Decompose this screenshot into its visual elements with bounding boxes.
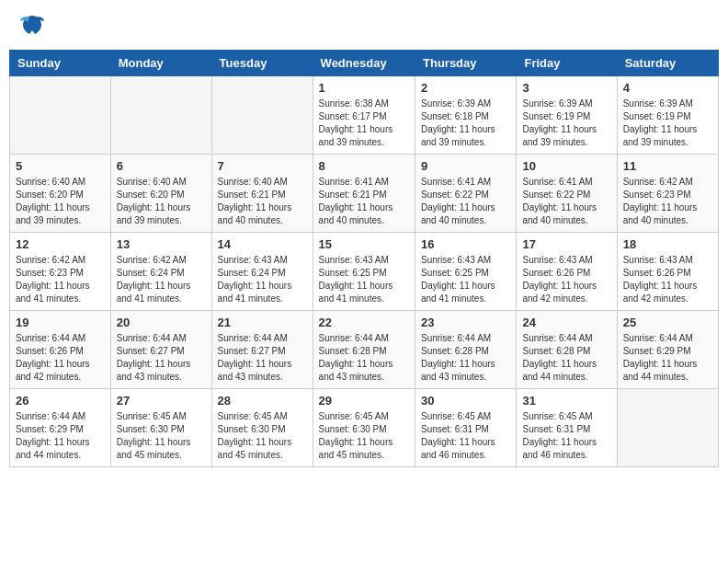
day-number: 20 [117, 316, 206, 329]
day-info: Sunrise: 6:44 AM Sunset: 6:28 PM Dayligh… [522, 332, 610, 384]
day-number: 11 [623, 159, 712, 173]
day-number: 15 [319, 237, 409, 251]
day-number: 13 [117, 237, 206, 251]
day-number: 22 [319, 316, 409, 329]
weekday-header: Tuesday [211, 51, 313, 76]
day-number: 27 [117, 394, 206, 408]
calendar-week-row: 19Sunrise: 6:44 AM Sunset: 6:26 PM Dayli… [10, 311, 719, 389]
day-number: 14 [218, 237, 307, 251]
calendar-week-row: 26Sunrise: 6:44 AM Sunset: 6:29 PM Dayli… [10, 389, 719, 467]
calendar-day-cell: 21Sunrise: 6:44 AM Sunset: 6:27 PM Dayli… [211, 311, 313, 389]
weekday-header: Monday [110, 51, 211, 76]
day-info: Sunrise: 6:44 AM Sunset: 6:27 PM Dayligh… [218, 332, 307, 384]
day-number: 2 [421, 81, 510, 95]
calendar-day-cell: 12Sunrise: 6:42 AM Sunset: 6:23 PM Dayli… [10, 233, 111, 311]
calendar-day-cell: 28Sunrise: 6:45 AM Sunset: 6:30 PM Dayli… [211, 389, 313, 467]
day-number: 31 [522, 394, 610, 408]
day-info: Sunrise: 6:44 AM Sunset: 6:27 PM Dayligh… [117, 332, 206, 384]
weekday-header: Friday [517, 51, 617, 76]
calendar-day-cell [617, 389, 718, 467]
day-info: Sunrise: 6:42 AM Sunset: 6:23 PM Dayligh… [623, 176, 712, 227]
page-header [9, 9, 719, 40]
weekday-header-row: SundayMondayTuesdayWednesdayThursdayFrid… [10, 51, 719, 76]
calendar-week-row: 12Sunrise: 6:42 AM Sunset: 6:23 PM Dayli… [10, 233, 719, 311]
day-info: Sunrise: 6:43 AM Sunset: 6:25 PM Dayligh… [421, 254, 510, 305]
calendar-day-cell: 30Sunrise: 6:45 AM Sunset: 6:31 PM Dayli… [415, 389, 517, 467]
calendar-day-cell: 31Sunrise: 6:45 AM Sunset: 6:31 PM Dayli… [517, 389, 617, 467]
day-info: Sunrise: 6:41 AM Sunset: 6:22 PM Dayligh… [522, 176, 610, 227]
day-number: 9 [421, 159, 510, 173]
calendar-day-cell: 27Sunrise: 6:45 AM Sunset: 6:30 PM Dayli… [110, 389, 211, 467]
day-number: 28 [218, 394, 307, 408]
calendar-day-cell [10, 76, 111, 155]
day-number: 4 [623, 81, 712, 95]
calendar-day-cell: 7Sunrise: 6:40 AM Sunset: 6:21 PM Daylig… [211, 155, 313, 233]
calendar-day-cell: 23Sunrise: 6:44 AM Sunset: 6:28 PM Dayli… [415, 311, 517, 389]
calendar-day-cell: 29Sunrise: 6:45 AM Sunset: 6:30 PM Dayli… [313, 389, 415, 467]
day-number: 7 [218, 159, 307, 173]
day-number: 3 [522, 81, 610, 95]
calendar-day-cell: 14Sunrise: 6:43 AM Sunset: 6:24 PM Dayli… [211, 233, 313, 311]
day-info: Sunrise: 6:45 AM Sunset: 6:30 PM Dayligh… [218, 410, 307, 462]
day-info: Sunrise: 6:44 AM Sunset: 6:26 PM Dayligh… [16, 332, 105, 384]
day-info: Sunrise: 6:44 AM Sunset: 6:28 PM Dayligh… [319, 332, 409, 384]
day-number: 17 [522, 237, 610, 251]
calendar-day-cell: 22Sunrise: 6:44 AM Sunset: 6:28 PM Dayli… [313, 311, 415, 389]
day-info: Sunrise: 6:38 AM Sunset: 6:17 PM Dayligh… [319, 98, 409, 149]
weekday-header: Saturday [617, 51, 718, 76]
day-number: 29 [319, 394, 409, 408]
calendar-day-cell: 13Sunrise: 6:42 AM Sunset: 6:24 PM Dayli… [110, 233, 211, 311]
calendar-day-cell: 20Sunrise: 6:44 AM Sunset: 6:27 PM Dayli… [110, 311, 211, 389]
calendar-day-cell: 15Sunrise: 6:43 AM Sunset: 6:25 PM Dayli… [313, 233, 415, 311]
day-number: 10 [522, 159, 610, 173]
logo [18, 14, 50, 36]
day-number: 1 [319, 81, 409, 95]
day-number: 25 [623, 316, 712, 329]
calendar-day-cell: 26Sunrise: 6:44 AM Sunset: 6:29 PM Dayli… [10, 389, 111, 467]
calendar-day-cell: 17Sunrise: 6:43 AM Sunset: 6:26 PM Dayli… [517, 233, 617, 311]
day-number: 21 [218, 316, 307, 329]
calendar-day-cell: 8Sunrise: 6:41 AM Sunset: 6:21 PM Daylig… [313, 155, 415, 233]
day-info: Sunrise: 6:45 AM Sunset: 6:30 PM Dayligh… [319, 410, 409, 462]
calendar-day-cell: 18Sunrise: 6:43 AM Sunset: 6:26 PM Dayli… [617, 233, 718, 311]
day-number: 16 [421, 237, 510, 251]
calendar-day-cell: 4Sunrise: 6:39 AM Sunset: 6:19 PM Daylig… [617, 76, 718, 155]
calendar-day-cell: 6Sunrise: 6:40 AM Sunset: 6:20 PM Daylig… [110, 155, 211, 233]
calendar-day-cell: 19Sunrise: 6:44 AM Sunset: 6:26 PM Dayli… [10, 311, 111, 389]
day-info: Sunrise: 6:40 AM Sunset: 6:20 PM Dayligh… [117, 176, 206, 227]
day-number: 30 [421, 394, 510, 408]
calendar-day-cell: 11Sunrise: 6:42 AM Sunset: 6:23 PM Dayli… [617, 155, 718, 233]
day-info: Sunrise: 6:42 AM Sunset: 6:23 PM Dayligh… [16, 254, 105, 305]
calendar-day-cell: 1Sunrise: 6:38 AM Sunset: 6:17 PM Daylig… [313, 76, 415, 155]
calendar-day-cell: 2Sunrise: 6:39 AM Sunset: 6:18 PM Daylig… [415, 76, 517, 155]
weekday-header: Thursday [415, 51, 517, 76]
calendar-day-cell: 9Sunrise: 6:41 AM Sunset: 6:22 PM Daylig… [415, 155, 517, 233]
day-info: Sunrise: 6:43 AM Sunset: 6:26 PM Dayligh… [623, 254, 712, 305]
day-info: Sunrise: 6:39 AM Sunset: 6:19 PM Dayligh… [522, 98, 610, 149]
calendar-day-cell: 25Sunrise: 6:44 AM Sunset: 6:29 PM Dayli… [617, 311, 718, 389]
calendar-week-row: 5Sunrise: 6:40 AM Sunset: 6:20 PM Daylig… [10, 155, 719, 233]
day-number: 12 [16, 237, 105, 251]
weekday-header: Wednesday [313, 51, 415, 76]
day-info: Sunrise: 6:40 AM Sunset: 6:21 PM Dayligh… [218, 176, 307, 227]
day-info: Sunrise: 6:45 AM Sunset: 6:31 PM Dayligh… [522, 410, 610, 462]
day-info: Sunrise: 6:45 AM Sunset: 6:30 PM Dayligh… [117, 410, 206, 462]
calendar-day-cell: 24Sunrise: 6:44 AM Sunset: 6:28 PM Dayli… [517, 311, 617, 389]
day-info: Sunrise: 6:45 AM Sunset: 6:31 PM Dayligh… [421, 410, 510, 462]
day-info: Sunrise: 6:39 AM Sunset: 6:18 PM Dayligh… [421, 98, 510, 149]
day-number: 8 [319, 159, 409, 173]
logo-bird-icon [18, 14, 46, 36]
day-info: Sunrise: 6:44 AM Sunset: 6:28 PM Dayligh… [421, 332, 510, 384]
calendar-day-cell: 10Sunrise: 6:41 AM Sunset: 6:22 PM Dayli… [517, 155, 617, 233]
day-number: 5 [16, 159, 105, 173]
day-number: 23 [421, 316, 510, 329]
day-info: Sunrise: 6:42 AM Sunset: 6:24 PM Dayligh… [117, 254, 206, 305]
calendar-day-cell: 3Sunrise: 6:39 AM Sunset: 6:19 PM Daylig… [517, 76, 617, 155]
day-number: 18 [623, 237, 712, 251]
calendar-day-cell: 16Sunrise: 6:43 AM Sunset: 6:25 PM Dayli… [415, 233, 517, 311]
day-info: Sunrise: 6:43 AM Sunset: 6:25 PM Dayligh… [319, 254, 409, 305]
calendar-day-cell [211, 76, 313, 155]
calendar-table: SundayMondayTuesdayWednesdayThursdayFrid… [9, 50, 719, 467]
calendar-day-cell [110, 76, 211, 155]
day-info: Sunrise: 6:43 AM Sunset: 6:24 PM Dayligh… [218, 254, 307, 305]
